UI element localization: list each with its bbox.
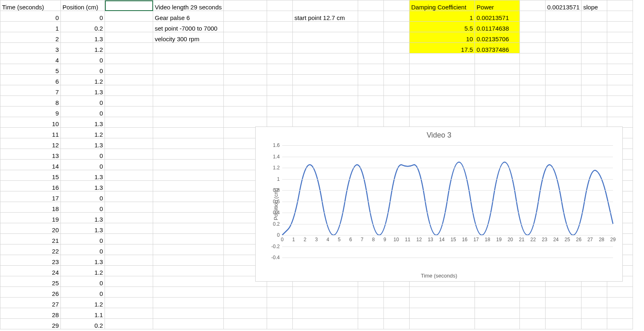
cell[interactable] <box>153 43 224 53</box>
cell[interactable] <box>105 255 153 266</box>
cell[interactable] <box>546 22 582 32</box>
position-value[interactable]: 0 <box>61 191 105 202</box>
cell[interactable] <box>153 53 224 64</box>
cell[interactable] <box>105 298 153 308</box>
cell[interactable] <box>475 53 520 64</box>
position-value[interactable]: 0 <box>61 244 105 255</box>
cell[interactable] <box>153 160 224 170</box>
cell[interactable] <box>105 308 153 319</box>
cell[interactable] <box>105 276 153 287</box>
cell[interactable] <box>105 43 153 53</box>
selected-cell[interactable] <box>105 0 153 11</box>
cell[interactable] <box>105 117 153 128</box>
cell[interactable] <box>546 85 582 96</box>
cell[interactable] <box>267 319 293 329</box>
cell[interactable] <box>267 117 293 128</box>
cell[interactable] <box>358 43 384 53</box>
cell[interactable] <box>267 107 293 117</box>
time-value[interactable]: 5 <box>0 64 61 75</box>
chart-video-3[interactable]: Video 3 Poisition (cm) Time (seconds) -0… <box>255 127 623 282</box>
cell[interactable] <box>607 75 633 85</box>
time-value[interactable]: 20 <box>0 223 61 234</box>
time-value[interactable]: 25 <box>0 276 61 287</box>
cell[interactable] <box>520 308 546 319</box>
position-value[interactable]: 1.3 <box>61 255 105 266</box>
cell[interactable] <box>607 85 633 96</box>
cell[interactable] <box>582 32 607 43</box>
cell[interactable] <box>546 32 582 43</box>
cell[interactable] <box>546 53 582 64</box>
cell[interactable] <box>153 287 224 298</box>
cell[interactable] <box>607 43 633 53</box>
cell[interactable] <box>582 96 607 107</box>
cell[interactable] <box>153 85 224 96</box>
damping-power[interactable]: 0.01174638 <box>475 22 520 32</box>
note-start-point[interactable]: start point 12.7 cm <box>293 11 358 22</box>
time-value[interactable]: 19 <box>0 213 61 223</box>
cell[interactable] <box>293 298 358 308</box>
time-value[interactable]: 22 <box>0 244 61 255</box>
cell[interactable] <box>520 11 546 22</box>
cell[interactable] <box>582 298 607 308</box>
cell[interactable] <box>607 64 633 75</box>
cell[interactable] <box>475 308 520 319</box>
cell[interactable] <box>384 11 410 22</box>
cell[interactable] <box>546 64 582 75</box>
time-value[interactable]: 18 <box>0 202 61 213</box>
cell[interactable] <box>293 53 358 64</box>
cell[interactable] <box>384 53 410 64</box>
cell[interactable] <box>224 117 267 128</box>
damping-power[interactable]: 0.02135706 <box>475 32 520 43</box>
cell[interactable] <box>475 64 520 75</box>
time-value[interactable]: 21 <box>0 234 61 244</box>
cell[interactable] <box>607 11 633 22</box>
time-value[interactable]: 24 <box>0 266 61 276</box>
cell[interactable] <box>105 11 153 22</box>
position-value[interactable]: 1.1 <box>61 308 105 319</box>
cell[interactable] <box>410 96 475 107</box>
cell[interactable] <box>105 234 153 244</box>
cell[interactable] <box>267 43 293 53</box>
position-value[interactable]: 0 <box>61 234 105 244</box>
cell[interactable] <box>153 213 224 223</box>
time-value[interactable]: 7 <box>0 85 61 96</box>
cell[interactable] <box>582 64 607 75</box>
cell[interactable] <box>358 53 384 64</box>
cell[interactable] <box>410 308 475 319</box>
time-value[interactable]: 28 <box>0 308 61 319</box>
cell[interactable] <box>520 43 546 53</box>
cell[interactable] <box>582 117 607 128</box>
cell[interactable] <box>224 0 267 11</box>
cell[interactable] <box>105 64 153 75</box>
position-value[interactable]: 0.2 <box>61 319 105 329</box>
cell[interactable] <box>224 298 267 308</box>
cell[interactable] <box>267 11 293 22</box>
cell[interactable] <box>153 244 224 255</box>
cell[interactable] <box>358 64 384 75</box>
cell[interactable] <box>153 181 224 191</box>
cell[interactable] <box>384 0 410 11</box>
cell[interactable] <box>153 149 224 160</box>
time-value[interactable]: 8 <box>0 96 61 107</box>
cell[interactable] <box>607 117 633 128</box>
time-value[interactable]: 14 <box>0 160 61 170</box>
cell[interactable] <box>358 107 384 117</box>
cell[interactable] <box>582 53 607 64</box>
time-value[interactable]: 1 <box>0 22 61 32</box>
cell[interactable] <box>582 43 607 53</box>
cell[interactable] <box>520 75 546 85</box>
position-value[interactable]: 1.3 <box>61 170 105 181</box>
time-value[interactable]: 0 <box>0 11 61 22</box>
cell[interactable] <box>520 298 546 308</box>
cell[interactable] <box>153 234 224 244</box>
cell[interactable] <box>153 308 224 319</box>
cell[interactable] <box>607 319 633 329</box>
damping-coeff[interactable]: 10 <box>410 32 475 43</box>
cell[interactable] <box>224 319 267 329</box>
cell[interactable] <box>224 107 267 117</box>
time-value[interactable]: 10 <box>0 117 61 128</box>
cell[interactable] <box>153 64 224 75</box>
cell[interactable] <box>384 308 410 319</box>
cell[interactable] <box>224 64 267 75</box>
position-value[interactable]: 0 <box>61 107 105 117</box>
